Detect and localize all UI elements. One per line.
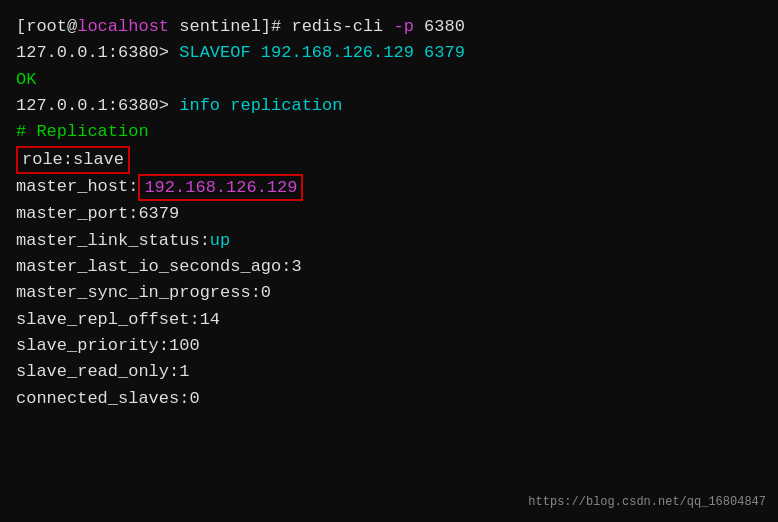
terminal-line-9: master_link_status:up — [16, 228, 762, 254]
repl-offset-line: slave_repl_offset:14 — [16, 307, 220, 333]
slave-readonly-line: slave_read_only:1 — [16, 359, 189, 385]
terminal-line-6: role:slave — [16, 146, 762, 174]
master-port-label: master_port: — [16, 201, 138, 227]
terminal-line-12: slave_repl_offset:14 — [16, 307, 762, 333]
terminal-line-11: master_sync_in_progress:0 — [16, 280, 762, 306]
terminal-line-15: connected_slaves:0 — [16, 386, 762, 412]
terminal-line-3: OK — [16, 67, 762, 93]
sync-progress-line: master_sync_in_progress:0 — [16, 280, 271, 306]
slaveof-cmd: SLAVEOF 192.168.126.129 6379 — [179, 40, 465, 66]
slave-priority-line: slave_priority:100 — [16, 333, 200, 359]
terminal-window: [root@localhost sentinel]# redis-cli -p … — [0, 0, 778, 522]
sentinel-cmd: sentinel]# redis-cli — [169, 14, 393, 40]
prompt-6380-2: 127.0.0.1:6380> — [16, 93, 179, 119]
prompt-6380: 127.0.0.1:6380> — [16, 40, 179, 66]
hostname: localhost — [77, 14, 169, 40]
terminal-line-8: master_port:6379 — [16, 201, 762, 227]
terminal-line-7: master_host:192.168.126.129 — [16, 174, 762, 202]
link-status-label: master_link_status: — [16, 228, 210, 254]
terminal-line-1: [root@localhost sentinel]# redis-cli -p … — [16, 14, 762, 40]
port-6380: 6380 — [414, 14, 465, 40]
role-slave-box: role:slave — [16, 146, 130, 174]
ok-response: OK — [16, 67, 36, 93]
terminal-line-13: slave_priority:100 — [16, 333, 762, 359]
link-status-value: up — [210, 228, 230, 254]
watermark: https://blog.csdn.net/qq_16804847 — [528, 493, 766, 512]
terminal-line-2: 127.0.0.1:6380> SLAVEOF 192.168.126.129 … — [16, 40, 762, 66]
master-port-value: 6379 — [138, 201, 179, 227]
terminal-line-5: # Replication — [16, 119, 762, 145]
terminal-line-4: 127.0.0.1:6380> info replication — [16, 93, 762, 119]
bracket-root: [root@ — [16, 14, 77, 40]
master-host-label: master_host: — [16, 174, 138, 202]
info-replication-cmd: info replication — [179, 93, 342, 119]
terminal-line-10: master_last_io_seconds_ago:3 — [16, 254, 762, 280]
connected-slaves-line: connected_slaves:0 — [16, 386, 200, 412]
flag-p: -p — [393, 14, 413, 40]
replication-header: # Replication — [16, 119, 149, 145]
last-io-line: master_last_io_seconds_ago:3 — [16, 254, 302, 280]
terminal-line-14: slave_read_only:1 — [16, 359, 762, 385]
master-host-ip-box: 192.168.126.129 — [138, 174, 303, 202]
